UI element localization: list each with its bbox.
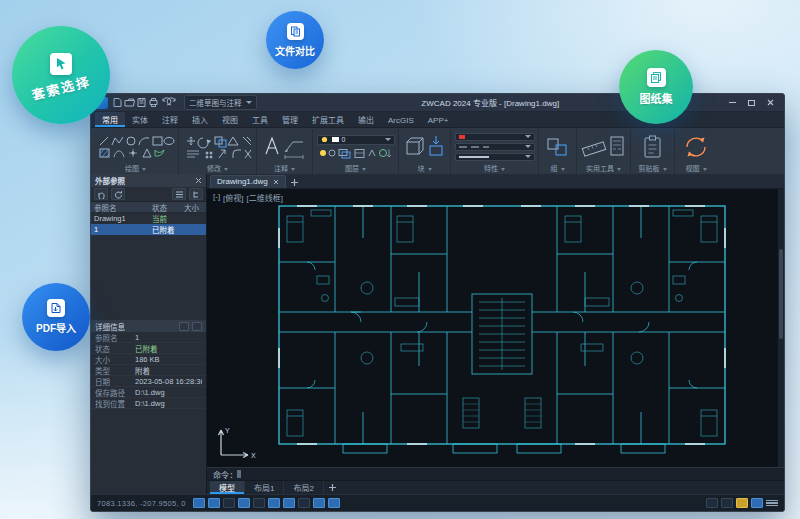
- group-label-clipboard[interactable]: 剪贴板: [634, 163, 671, 174]
- badge-label-compare: 文件对比: [275, 43, 315, 58]
- workspace-switch-icon[interactable]: [721, 498, 733, 508]
- canvas-scrollbar[interactable]: [778, 189, 784, 467]
- viewport-menu-control[interactable]: [-]: [213, 192, 220, 203]
- layout-tab-layout2[interactable]: 布局2: [284, 481, 323, 494]
- model-space-canvas[interactable]: [-] [俯视] [二维线框]: [207, 189, 784, 467]
- quick-access-toolbar[interactable]: [113, 97, 179, 108]
- lineweight-dropdown[interactable]: [455, 153, 535, 161]
- layout-tab-model[interactable]: 模型: [210, 481, 245, 494]
- layer-tools-icons: [317, 147, 395, 159]
- snap-toggle[interactable]: [193, 498, 205, 508]
- tab-tools[interactable]: 工具: [245, 112, 275, 127]
- osnap-toggle[interactable]: [268, 498, 280, 508]
- details-preview-button[interactable]: [192, 322, 202, 331]
- isolate-objects-icon[interactable]: [736, 498, 748, 508]
- maximize-button[interactable]: [743, 96, 760, 109]
- xref-row-drawing1[interactable]: Drawing1 当前: [91, 213, 206, 224]
- xref-row-selected[interactable]: 1 已附着: [91, 224, 206, 235]
- viewport-view-control[interactable]: [俯视]: [223, 192, 243, 203]
- detail-value: 1: [135, 333, 202, 342]
- xref-list-empty-space: [91, 235, 206, 320]
- list-view-button[interactable]: [172, 188, 186, 200]
- properties-tools[interactable]: [454, 130, 535, 163]
- tab-manage[interactable]: 管理: [275, 112, 305, 127]
- tab-insert[interactable]: 插入: [185, 112, 215, 127]
- group-label-modify[interactable]: 修改: [182, 163, 253, 174]
- command-line[interactable]: 命令:: [207, 467, 784, 480]
- layer-dropdown[interactable]: 0: [317, 135, 395, 145]
- tree-view-button[interactable]: [189, 188, 203, 200]
- workspace-dropdown[interactable]: 二维草图与注释: [184, 95, 257, 110]
- drawing-area-column: Drawing1.dwg [-] [俯视] [二维线框]: [207, 174, 784, 494]
- column-status[interactable]: 状态: [152, 202, 184, 213]
- tab-solid[interactable]: 实体: [125, 112, 155, 127]
- new-tab-button[interactable]: [288, 176, 301, 188]
- zwcad-window: 二维草图与注释 ZWCAD 2024 专业版 - [Drawing1.dwg] …: [90, 93, 785, 512]
- badge-sheet-set[interactable]: 图纸集: [619, 50, 693, 124]
- layer-tools[interactable]: 0: [316, 130, 395, 163]
- grid-toggle[interactable]: [208, 498, 220, 508]
- dynamic-input-toggle[interactable]: [313, 498, 325, 508]
- tab-output[interactable]: 输出: [351, 112, 381, 127]
- layout-tab-layout1[interactable]: 布局1: [245, 481, 284, 494]
- tab-close-icon[interactable]: [273, 179, 279, 185]
- detail-row: 状态 已附着: [91, 343, 206, 354]
- tab-arcgis[interactable]: ArcGIS: [381, 114, 421, 127]
- utility-tools[interactable]: [580, 130, 627, 163]
- ribbon-group-view: 视图: [675, 129, 717, 174]
- draw-tools[interactable]: [96, 130, 175, 163]
- block-tools[interactable]: [402, 130, 447, 163]
- new-layout-button[interactable]: [324, 481, 341, 494]
- linetype-dropdown[interactable]: [455, 143, 535, 151]
- document-tab[interactable]: Drawing1.dwg: [210, 175, 286, 188]
- group-label-view[interactable]: 视图: [678, 163, 714, 174]
- badge-label-sheetset: 图纸集: [640, 90, 673, 106]
- modify-tools[interactable]: [182, 130, 253, 163]
- annotation-scale-icon[interactable]: [706, 498, 718, 508]
- menu-icon[interactable]: [766, 498, 778, 508]
- column-size[interactable]: 大小: [184, 202, 206, 213]
- group-label-utilities[interactable]: 实用工具: [580, 163, 627, 174]
- isometric-toggle[interactable]: [253, 498, 265, 508]
- badge-lasso-select[interactable]: 套索选择: [12, 26, 110, 124]
- refresh-button[interactable]: [111, 188, 125, 200]
- tab-app-plus[interactable]: APP+: [421, 114, 456, 127]
- group-label-layers[interactable]: 图层: [316, 163, 395, 174]
- lineweight-toggle[interactable]: [298, 498, 310, 508]
- group-label-block[interactable]: 块: [402, 163, 447, 174]
- coordinates-readout: 7083.1336, -207.9505, 0: [97, 499, 186, 508]
- group-label-draw[interactable]: 绘图: [96, 163, 175, 174]
- polar-toggle[interactable]: [238, 498, 250, 508]
- details-properties-button[interactable]: [179, 322, 189, 331]
- clipboard-tools[interactable]: [634, 130, 671, 163]
- color-dropdown[interactable]: [455, 133, 535, 141]
- tab-express[interactable]: 扩展工具: [305, 112, 351, 127]
- clean-screen-icon[interactable]: [751, 498, 763, 508]
- column-name[interactable]: 参照名: [91, 202, 152, 213]
- annotation-tools[interactable]: [260, 130, 309, 163]
- selection-cycling-toggle[interactable]: [328, 498, 340, 508]
- tab-home[interactable]: 常用: [95, 112, 125, 127]
- group-label-annotation[interactable]: 注释: [260, 163, 309, 174]
- group-tools[interactable]: [542, 130, 573, 163]
- tab-view[interactable]: 视图: [215, 112, 245, 127]
- otrack-toggle[interactable]: [283, 498, 295, 508]
- close-button[interactable]: [762, 96, 779, 109]
- minimize-button[interactable]: [724, 96, 741, 109]
- badge-file-compare[interactable]: 文件对比: [266, 11, 324, 69]
- scrollbar-thumb[interactable]: [779, 249, 783, 339]
- tab-annotate[interactable]: 注释: [155, 112, 185, 127]
- group-label-group[interactable]: 组: [542, 163, 573, 174]
- plus-icon: [329, 484, 336, 491]
- palette-close-icon[interactable]: [195, 177, 202, 184]
- group-label-properties[interactable]: 特性: [454, 163, 535, 174]
- badge-label-lasso: 套索选择: [30, 71, 93, 104]
- badge-pdf-import[interactable]: PDF导入: [22, 283, 90, 351]
- window-controls: [724, 96, 779, 109]
- ortho-toggle[interactable]: [223, 498, 235, 508]
- view-tools[interactable]: [678, 130, 714, 163]
- xref-name: 1: [91, 225, 152, 234]
- maximize-icon: [748, 100, 755, 106]
- attach-dwg-button[interactable]: [94, 188, 108, 200]
- group-tools-icons: [543, 134, 573, 160]
